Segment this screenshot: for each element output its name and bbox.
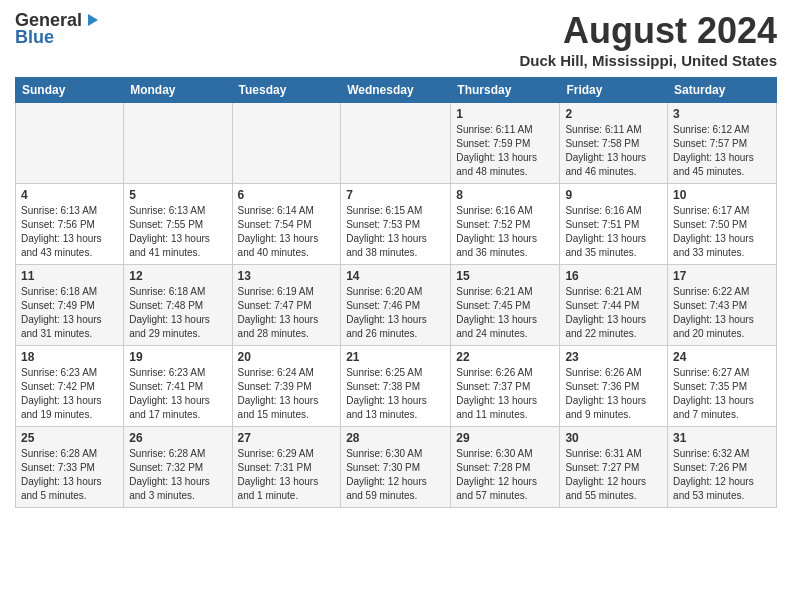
- calendar-cell: [16, 103, 124, 184]
- location: Duck Hill, Mississippi, United States: [519, 52, 777, 69]
- weekday-header-tuesday: Tuesday: [232, 78, 341, 103]
- day-sun-info: Sunrise: 6:18 AMSunset: 7:48 PMDaylight:…: [129, 285, 226, 341]
- day-sun-info: Sunrise: 6:27 AMSunset: 7:35 PMDaylight:…: [673, 366, 771, 422]
- calendar-cell: 7Sunrise: 6:15 AMSunset: 7:53 PMDaylight…: [341, 184, 451, 265]
- calendar-table: SundayMondayTuesdayWednesdayThursdayFrid…: [15, 77, 777, 508]
- day-number: 13: [238, 269, 336, 283]
- day-sun-info: Sunrise: 6:16 AMSunset: 7:51 PMDaylight:…: [565, 204, 662, 260]
- calendar-cell: 14Sunrise: 6:20 AMSunset: 7:46 PMDayligh…: [341, 265, 451, 346]
- calendar-cell: 23Sunrise: 6:26 AMSunset: 7:36 PMDayligh…: [560, 346, 668, 427]
- day-number: 2: [565, 107, 662, 121]
- calendar-cell: 30Sunrise: 6:31 AMSunset: 7:27 PMDayligh…: [560, 427, 668, 508]
- calendar-cell: 1Sunrise: 6:11 AMSunset: 7:59 PMDaylight…: [451, 103, 560, 184]
- title-area: August 2024 Duck Hill, Mississippi, Unit…: [519, 10, 777, 69]
- day-sun-info: Sunrise: 6:23 AMSunset: 7:42 PMDaylight:…: [21, 366, 118, 422]
- calendar-cell: 18Sunrise: 6:23 AMSunset: 7:42 PMDayligh…: [16, 346, 124, 427]
- calendar-cell: 13Sunrise: 6:19 AMSunset: 7:47 PMDayligh…: [232, 265, 341, 346]
- day-sun-info: Sunrise: 6:24 AMSunset: 7:39 PMDaylight:…: [238, 366, 336, 422]
- day-number: 12: [129, 269, 226, 283]
- logo-triangle-icon: [84, 12, 100, 28]
- day-number: 27: [238, 431, 336, 445]
- calendar-cell: 9Sunrise: 6:16 AMSunset: 7:51 PMDaylight…: [560, 184, 668, 265]
- day-number: 17: [673, 269, 771, 283]
- calendar-week-row: 1Sunrise: 6:11 AMSunset: 7:59 PMDaylight…: [16, 103, 777, 184]
- day-number: 23: [565, 350, 662, 364]
- weekday-header-sunday: Sunday: [16, 78, 124, 103]
- day-number: 28: [346, 431, 445, 445]
- svg-marker-0: [88, 14, 98, 26]
- day-sun-info: Sunrise: 6:15 AMSunset: 7:53 PMDaylight:…: [346, 204, 445, 260]
- day-sun-info: Sunrise: 6:21 AMSunset: 7:44 PMDaylight:…: [565, 285, 662, 341]
- day-sun-info: Sunrise: 6:17 AMSunset: 7:50 PMDaylight:…: [673, 204, 771, 260]
- calendar-cell: [341, 103, 451, 184]
- weekday-header-friday: Friday: [560, 78, 668, 103]
- day-number: 8: [456, 188, 554, 202]
- day-number: 24: [673, 350, 771, 364]
- day-number: 18: [21, 350, 118, 364]
- calendar-cell: 10Sunrise: 6:17 AMSunset: 7:50 PMDayligh…: [668, 184, 777, 265]
- day-number: 5: [129, 188, 226, 202]
- weekday-header-monday: Monday: [124, 78, 232, 103]
- day-sun-info: Sunrise: 6:11 AMSunset: 7:58 PMDaylight:…: [565, 123, 662, 179]
- calendar-cell: 19Sunrise: 6:23 AMSunset: 7:41 PMDayligh…: [124, 346, 232, 427]
- day-number: 4: [21, 188, 118, 202]
- day-sun-info: Sunrise: 6:21 AMSunset: 7:45 PMDaylight:…: [456, 285, 554, 341]
- day-sun-info: Sunrise: 6:12 AMSunset: 7:57 PMDaylight:…: [673, 123, 771, 179]
- calendar-cell: 4Sunrise: 6:13 AMSunset: 7:56 PMDaylight…: [16, 184, 124, 265]
- calendar-cell: 26Sunrise: 6:28 AMSunset: 7:32 PMDayligh…: [124, 427, 232, 508]
- day-sun-info: Sunrise: 6:20 AMSunset: 7:46 PMDaylight:…: [346, 285, 445, 341]
- day-number: 10: [673, 188, 771, 202]
- day-number: 15: [456, 269, 554, 283]
- day-number: 11: [21, 269, 118, 283]
- calendar-cell: 29Sunrise: 6:30 AMSunset: 7:28 PMDayligh…: [451, 427, 560, 508]
- calendar-cell: 11Sunrise: 6:18 AMSunset: 7:49 PMDayligh…: [16, 265, 124, 346]
- day-number: 16: [565, 269, 662, 283]
- day-number: 3: [673, 107, 771, 121]
- day-sun-info: Sunrise: 6:13 AMSunset: 7:55 PMDaylight:…: [129, 204, 226, 260]
- weekday-header-wednesday: Wednesday: [341, 78, 451, 103]
- day-sun-info: Sunrise: 6:14 AMSunset: 7:54 PMDaylight:…: [238, 204, 336, 260]
- day-sun-info: Sunrise: 6:29 AMSunset: 7:31 PMDaylight:…: [238, 447, 336, 503]
- day-sun-info: Sunrise: 6:26 AMSunset: 7:37 PMDaylight:…: [456, 366, 554, 422]
- calendar-cell: 15Sunrise: 6:21 AMSunset: 7:45 PMDayligh…: [451, 265, 560, 346]
- day-sun-info: Sunrise: 6:11 AMSunset: 7:59 PMDaylight:…: [456, 123, 554, 179]
- day-number: 1: [456, 107, 554, 121]
- day-sun-info: Sunrise: 6:32 AMSunset: 7:26 PMDaylight:…: [673, 447, 771, 503]
- day-sun-info: Sunrise: 6:28 AMSunset: 7:32 PMDaylight:…: [129, 447, 226, 503]
- day-number: 29: [456, 431, 554, 445]
- calendar-week-row: 25Sunrise: 6:28 AMSunset: 7:33 PMDayligh…: [16, 427, 777, 508]
- calendar-cell: 24Sunrise: 6:27 AMSunset: 7:35 PMDayligh…: [668, 346, 777, 427]
- header: General Blue August 2024 Duck Hill, Miss…: [15, 10, 777, 69]
- day-sun-info: Sunrise: 6:22 AMSunset: 7:43 PMDaylight:…: [673, 285, 771, 341]
- day-sun-info: Sunrise: 6:16 AMSunset: 7:52 PMDaylight:…: [456, 204, 554, 260]
- logo-blue: Blue: [15, 27, 54, 48]
- day-number: 31: [673, 431, 771, 445]
- calendar-cell: 5Sunrise: 6:13 AMSunset: 7:55 PMDaylight…: [124, 184, 232, 265]
- day-sun-info: Sunrise: 6:23 AMSunset: 7:41 PMDaylight:…: [129, 366, 226, 422]
- day-sun-info: Sunrise: 6:30 AMSunset: 7:30 PMDaylight:…: [346, 447, 445, 503]
- calendar-cell: 6Sunrise: 6:14 AMSunset: 7:54 PMDaylight…: [232, 184, 341, 265]
- calendar-cell: 22Sunrise: 6:26 AMSunset: 7:37 PMDayligh…: [451, 346, 560, 427]
- day-sun-info: Sunrise: 6:26 AMSunset: 7:36 PMDaylight:…: [565, 366, 662, 422]
- calendar-cell: 16Sunrise: 6:21 AMSunset: 7:44 PMDayligh…: [560, 265, 668, 346]
- day-number: 26: [129, 431, 226, 445]
- day-sun-info: Sunrise: 6:25 AMSunset: 7:38 PMDaylight:…: [346, 366, 445, 422]
- day-number: 22: [456, 350, 554, 364]
- calendar-cell: [232, 103, 341, 184]
- day-number: 9: [565, 188, 662, 202]
- calendar-cell: 31Sunrise: 6:32 AMSunset: 7:26 PMDayligh…: [668, 427, 777, 508]
- calendar-cell: 25Sunrise: 6:28 AMSunset: 7:33 PMDayligh…: [16, 427, 124, 508]
- calendar-cell: 8Sunrise: 6:16 AMSunset: 7:52 PMDaylight…: [451, 184, 560, 265]
- calendar-cell: 28Sunrise: 6:30 AMSunset: 7:30 PMDayligh…: [341, 427, 451, 508]
- month-year: August 2024: [519, 10, 777, 52]
- day-sun-info: Sunrise: 6:31 AMSunset: 7:27 PMDaylight:…: [565, 447, 662, 503]
- day-sun-info: Sunrise: 6:28 AMSunset: 7:33 PMDaylight:…: [21, 447, 118, 503]
- day-number: 21: [346, 350, 445, 364]
- calendar-cell: 21Sunrise: 6:25 AMSunset: 7:38 PMDayligh…: [341, 346, 451, 427]
- calendar-week-row: 18Sunrise: 6:23 AMSunset: 7:42 PMDayligh…: [16, 346, 777, 427]
- calendar-cell: [124, 103, 232, 184]
- weekday-header-thursday: Thursday: [451, 78, 560, 103]
- logo: General Blue: [15, 10, 100, 48]
- calendar-cell: 17Sunrise: 6:22 AMSunset: 7:43 PMDayligh…: [668, 265, 777, 346]
- day-number: 7: [346, 188, 445, 202]
